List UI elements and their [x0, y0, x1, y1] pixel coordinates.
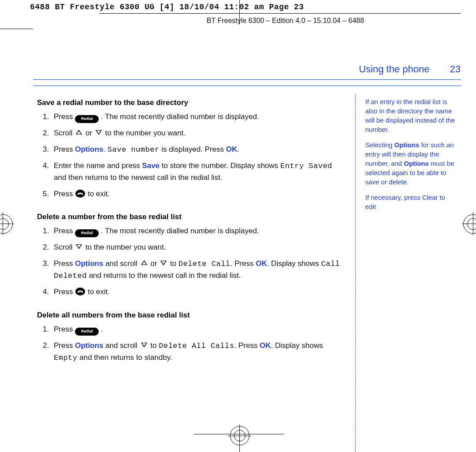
section-title: Using the phone [359, 64, 429, 75]
up-arrow-icon [74, 128, 83, 136]
ok-label: OK [260, 341, 271, 350]
reg-cross-right-v [473, 212, 473, 235]
lcd-text: Entry Saved [280, 162, 332, 170]
ok-label: OK [256, 259, 267, 268]
save-label: Save [142, 161, 160, 170]
section-heading: Delete a number from the base redial lis… [37, 211, 346, 223]
step: Press Options. Save number is displayed.… [51, 144, 346, 156]
options-label: Options [75, 259, 103, 268]
ok-label: OK [226, 145, 238, 153]
steps-list: Press Redial . The most recently dialled… [37, 111, 346, 202]
step: Press Options and scroll or to Delete Ca… [51, 258, 346, 282]
step: Press Options and scroll to Delete All C… [51, 340, 346, 364]
options-label: Options [75, 145, 103, 153]
step: Scroll or to the number you want. [51, 127, 346, 139]
options-label: Options [75, 341, 103, 350]
step: Press Redial . The most recently dialled… [51, 225, 346, 237]
lcd-text: Delete Call [178, 260, 231, 268]
reg-cross-left-h [0, 224, 14, 224]
step: Press Redial . [51, 324, 346, 336]
end-call-key-icon [75, 287, 86, 299]
steps-list: Press Redial . The most recently dialled… [37, 225, 346, 299]
lcd-text: Empty [54, 354, 78, 362]
content-frame: Save a redial number to the base directo… [33, 79, 461, 452]
step: Enter the name and press Save to store t… [51, 160, 346, 184]
crop-hline-top-left [0, 29, 33, 29]
page-number: 23 [450, 64, 461, 75]
down-arrow-icon [140, 341, 149, 349]
redial-key-icon: Redial [75, 328, 99, 336]
reg-circle-right-inner [467, 218, 476, 230]
down-arrow-icon [74, 243, 83, 250]
down-arrow-icon [159, 259, 168, 267]
reg-cross-left-v [3, 212, 3, 235]
section-heading: Save a redial number to the base directo… [37, 97, 346, 108]
column-main: Save a redial number to the base directo… [33, 86, 355, 452]
section-save-redial: Save a redial number to the base directo… [37, 97, 346, 202]
prepress-subheader: BT Freestyle 6300 – Edition 4.0 – 15.10.… [110, 17, 461, 25]
step: Scroll to the number you want. [51, 242, 346, 253]
step: Press to exit. [51, 286, 346, 299]
end-call-key-icon [75, 189, 86, 202]
lcd-text: Delete All Calls [159, 342, 234, 350]
steps-list: Press Redial . Press Options and scroll … [37, 324, 346, 364]
content-inner: Save a redial number to the base directo… [33, 86, 461, 452]
redial-key-icon: Redial [75, 115, 99, 123]
running-head: Using the phone 23 [289, 64, 461, 75]
step: Press to exit. [51, 188, 346, 202]
options-label: Options [394, 141, 420, 149]
down-arrow-icon [94, 128, 103, 136]
prepress-rule [99, 13, 461, 14]
section-delete-one: Delete a number from the base redial lis… [37, 211, 346, 300]
redial-key-icon: Redial [75, 229, 99, 237]
prepress-header: 6488 BT Freestyle 6300 UG [4] 18/10/04 1… [30, 3, 304, 11]
column-notes: If an entry in the redial list is also i… [356, 86, 461, 452]
margin-note: If necessary, press Clear to edit [365, 193, 456, 211]
step: Press Redial . The most recently dialled… [51, 111, 346, 123]
margin-note: Selecting Options for such an entry will… [365, 140, 456, 187]
margin-note: If an entry in the redial list is also i… [365, 97, 456, 134]
section-heading: Delete all numbers from the base redial … [37, 310, 346, 321]
options-label: Options [404, 160, 429, 167]
section-delete-all: Delete all numbers from the base redial … [37, 310, 346, 364]
reg-cross-right-h [462, 224, 476, 224]
up-arrow-icon [140, 259, 149, 267]
lcd-text: Save number [108, 146, 160, 154]
